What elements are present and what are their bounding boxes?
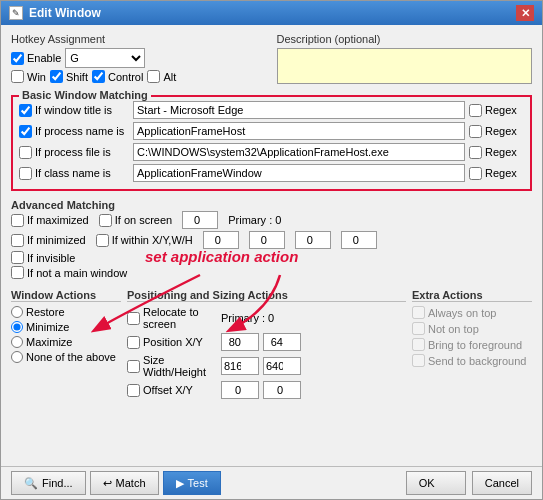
control-checkbox-label[interactable]: Control [92,70,143,83]
size-h-spinbox[interactable] [263,357,301,375]
always-on-top-checkbox[interactable] [412,306,425,319]
minimized-checkbox[interactable] [11,234,24,247]
restore-radio-label[interactable]: Restore [11,306,121,318]
on-screen-checkbox-label[interactable]: If on screen [99,214,172,227]
alt-checkbox[interactable] [147,70,160,83]
not-on-top-checkbox[interactable] [412,322,425,335]
alt-checkbox-label[interactable]: Alt [147,70,176,83]
none-radio[interactable] [11,351,23,363]
wy-spinbox[interactable] [249,231,285,249]
basic-matching-section: Basic Window Matching If window title is… [11,95,532,191]
not-main-checkbox[interactable] [11,266,24,279]
regex-checkbox-label-2[interactable]: Regex [469,125,524,138]
footer: 🔍 Find... ↩ Match ▶ Test OK Cancel [1,466,542,499]
none-radio-label[interactable]: None of the above [11,351,121,363]
regex-checkbox-2[interactable] [469,125,482,138]
minimize-radio-label[interactable]: Minimize [11,321,121,333]
control-checkbox[interactable] [92,70,105,83]
description-label: Description (optional) [277,33,533,45]
class-name-checkbox-label[interactable]: If class name is [19,167,129,180]
process-name-input[interactable] [133,122,465,140]
offset-checkbox-label[interactable]: Offset X/Y [127,384,217,397]
process-file-checkbox-label[interactable]: If process file is [19,146,129,159]
regex-checkbox-label-1[interactable]: Regex [469,104,524,117]
class-name-input[interactable] [133,164,465,182]
send-bg-checkbox[interactable] [412,354,425,367]
always-on-top-label[interactable]: Always on top [412,306,532,319]
on-screen-checkbox[interactable] [99,214,112,227]
win-checkbox-label[interactable]: Win [11,70,46,83]
process-file-input[interactable] [133,143,465,161]
win-checkbox[interactable] [11,70,24,83]
maximize-radio[interactable] [11,336,23,348]
advanced-matching-section: Advanced Matching If maximized If on scr… [11,197,532,281]
match-button[interactable]: ↩ Match [90,471,159,495]
enable-checkbox[interactable] [11,52,24,65]
maximize-radio-label[interactable]: Maximize [11,336,121,348]
bring-fg-checkbox[interactable] [412,338,425,351]
relocate-checkbox-label[interactable]: Relocate to screen [127,306,217,330]
screen-spinbox[interactable] [182,211,218,229]
window-title: Edit Window [29,6,101,20]
process-name-checkbox[interactable] [19,125,32,138]
offset-x-spinbox[interactable] [221,381,259,399]
primary-label-2: Primary : 0 [221,312,274,324]
ok-button[interactable]: OK [406,471,466,495]
send-bg-label[interactable]: Send to background [412,354,532,367]
within-checkbox[interactable] [96,234,109,247]
find-icon: 🔍 [24,477,38,490]
description-textarea[interactable] [277,48,533,84]
invisible-checkbox-label[interactable]: If invisible [11,251,75,264]
wh-spinbox[interactable] [341,231,377,249]
size-w-spinbox[interactable] [221,357,259,375]
extra-actions-label: Extra Actions [412,289,532,302]
size-checkbox[interactable] [127,360,140,373]
pos-x-spinbox[interactable] [221,333,259,351]
bring-fg-label[interactable]: Bring to foreground [412,338,532,351]
size-checkbox-label[interactable]: Size Width/Height [127,354,217,378]
find-button[interactable]: 🔍 Find... [11,471,86,495]
window-title-checkbox[interactable] [19,104,32,117]
title-bar: ✎ Edit Window ✕ [1,1,542,25]
restore-radio[interactable] [11,306,23,318]
hotkey-key-select[interactable]: G [65,48,145,68]
shift-checkbox[interactable] [50,70,63,83]
close-button[interactable]: ✕ [516,5,534,21]
bottom-sections: Window Actions Restore Minimize Maximize [11,289,532,458]
minimized-checkbox-label[interactable]: If minimized [11,234,86,247]
maximized-checkbox[interactable] [11,214,24,227]
regex-checkbox-1[interactable] [469,104,482,117]
invisible-checkbox[interactable] [11,251,24,264]
pos-y-spinbox[interactable] [263,333,301,351]
maximized-checkbox-label[interactable]: If maximized [11,214,89,227]
minimize-radio[interactable] [11,321,23,333]
offset-y-spinbox[interactable] [263,381,301,399]
window-actions-label: Window Actions [11,289,121,302]
class-name-checkbox[interactable] [19,167,32,180]
relocate-checkbox[interactable] [127,312,140,325]
matching-row-3: If process file is Regex [19,143,524,161]
regex-checkbox-4[interactable] [469,167,482,180]
pos-xy-checkbox-label[interactable]: Position X/Y [127,336,217,349]
window-title-checkbox-label[interactable]: If window title is [19,104,129,117]
not-main-checkbox-label[interactable]: If not a main window [11,266,127,279]
wx-spinbox[interactable] [203,231,239,249]
offset-checkbox[interactable] [127,384,140,397]
test-button[interactable]: ▶ Test [163,471,221,495]
pos-xy-checkbox[interactable] [127,336,140,349]
window-title-input[interactable] [133,101,465,119]
positioning-label: Positioning and Sizing Actions [127,289,406,302]
within-checkbox-label[interactable]: If within X/Y,W/H [96,234,193,247]
regex-checkbox-label-3[interactable]: Regex [469,146,524,159]
regex-checkbox-label-4[interactable]: Regex [469,167,524,180]
process-file-checkbox[interactable] [19,146,32,159]
ww-spinbox[interactable] [295,231,331,249]
cancel-button[interactable]: Cancel [472,471,532,495]
not-on-top-label[interactable]: Not on top [412,322,532,335]
window-icon: ✎ [9,6,23,20]
regex-checkbox-3[interactable] [469,146,482,159]
process-name-checkbox-label[interactable]: If process name is [19,125,129,138]
basic-matching-title: Basic Window Matching [19,89,151,101]
enable-checkbox-label[interactable]: Enable [11,52,61,65]
shift-checkbox-label[interactable]: Shift [50,70,88,83]
